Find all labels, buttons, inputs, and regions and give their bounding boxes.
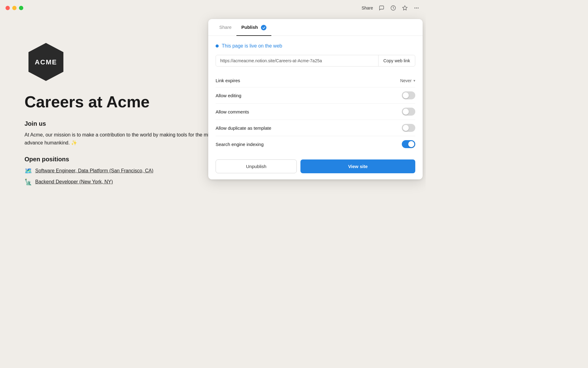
chevron-down-icon: ▾ — [413, 79, 415, 83]
toggle-knob — [408, 141, 414, 147]
url-input[interactable] — [216, 55, 378, 66]
traffic-lights — [6, 6, 23, 10]
maximize-button[interactable] — [19, 6, 23, 10]
svg-point-3 — [416, 8, 417, 9]
option-label-search-indexing: Search engine indexing — [216, 142, 264, 147]
live-status: This page is live on the web — [216, 43, 415, 49]
star-icon[interactable] — [402, 5, 408, 11]
acme-logo: ACME — [24, 40, 67, 83]
option-row-link-expires: Link expires Never ▾ — [216, 74, 415, 87]
option-label-allow-duplicate: Allow duplicate as template — [216, 125, 271, 131]
toggle-allow-duplicate[interactable] — [402, 124, 415, 132]
toggle-knob — [403, 109, 409, 115]
toggle-allow-comments[interactable] — [402, 108, 415, 116]
publish-active-badge — [261, 25, 266, 30]
popup-body: This page is live on the web Copy web li… — [208, 36, 423, 179]
titlebar: Share — [0, 0, 426, 16]
close-button[interactable] — [6, 6, 10, 10]
action-buttons: Unpublish View site — [216, 159, 415, 173]
option-row-search-indexing: Search engine indexing — [216, 136, 415, 152]
popup-tabs: Share Publish — [208, 19, 423, 36]
toggle-search-indexing[interactable] — [402, 140, 415, 148]
svg-marker-1 — [403, 6, 407, 10]
option-row-allow-duplicate: Allow duplicate as template — [216, 120, 415, 136]
option-label-allow-comments: Allow comments — [216, 109, 249, 114]
option-row-allow-comments: Allow comments — [216, 104, 415, 120]
options-list: Link expires Never ▾ Allow editing Allow… — [216, 74, 415, 152]
join-us-text: At Acme, our mission is to make a contri… — [24, 131, 239, 147]
svg-text:ACME: ACME — [35, 58, 57, 66]
copy-link-button[interactable]: Copy web link — [379, 55, 415, 66]
toggle-knob — [403, 125, 409, 131]
url-field: Copy web link — [216, 55, 415, 67]
option-row-allow-editing: Allow editing — [216, 87, 415, 104]
svg-point-4 — [418, 8, 419, 9]
tab-share[interactable]: Share — [214, 19, 236, 36]
svg-point-2 — [414, 8, 415, 9]
toggle-knob — [403, 92, 409, 98]
minimize-button[interactable] — [12, 6, 17, 10]
comment-icon[interactable] — [379, 5, 385, 11]
link-expires-dropdown[interactable]: Never ▾ — [400, 78, 415, 83]
publish-popup: Share Publish This page is live on the w… — [208, 19, 423, 179]
view-site-button[interactable]: View site — [300, 159, 415, 173]
tab-publish[interactable]: Publish — [236, 19, 271, 36]
toggle-allow-editing[interactable] — [402, 91, 415, 99]
position-emoji-1: 🗺️ — [24, 167, 32, 174]
option-label-allow-editing: Allow editing — [216, 93, 241, 98]
share-button[interactable]: Share — [362, 6, 373, 10]
titlebar-actions: Share — [362, 5, 420, 11]
position-emoji-2: 🗽 — [24, 178, 32, 186]
live-status-text: This page is live on the web — [222, 43, 282, 49]
live-dot-icon — [216, 44, 219, 48]
more-icon[interactable] — [413, 5, 420, 11]
unpublish-button[interactable]: Unpublish — [216, 159, 297, 173]
position-link-2[interactable]: Backend Developer (New York, NY) — [35, 179, 113, 185]
position-link-1[interactable]: Software Engineer, Data Platform (San Fr… — [35, 168, 153, 174]
option-label-link-expires: Link expires — [216, 78, 240, 83]
history-icon[interactable] — [390, 5, 396, 11]
